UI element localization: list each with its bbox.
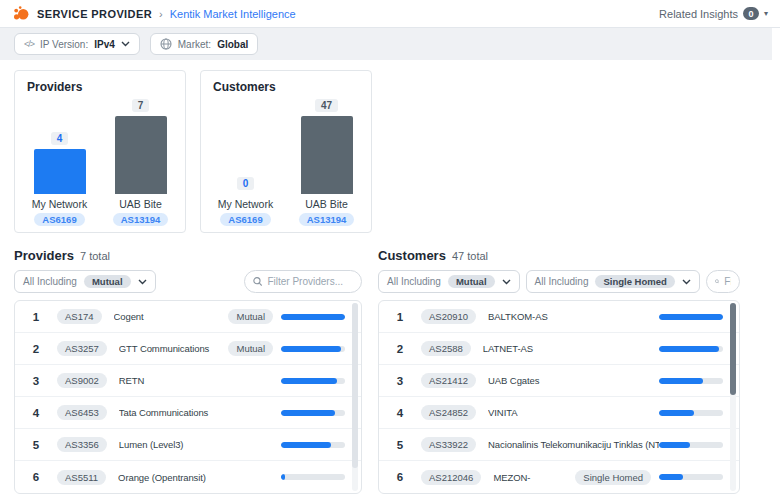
chart-bar-group[interactable]: 7UAB BiteAS13194 bbox=[108, 99, 173, 226]
main-content: Providers 4My NetworkAS61697UAB BiteAS13… bbox=[0, 60, 780, 494]
network-name: Lumen (Level3) bbox=[119, 439, 281, 450]
table-row[interactable]: 5AS33922Nacionalinis Telekomunikaciju Ti… bbox=[379, 429, 739, 461]
customers-search bbox=[706, 270, 740, 293]
row-rank: 5 bbox=[23, 439, 49, 451]
row-rank: 1 bbox=[23, 311, 49, 323]
table-row[interactable]: 2AS2588LATNET-AS bbox=[379, 333, 739, 365]
table-row[interactable]: 6AS5511Orange (Opentransit) bbox=[15, 461, 361, 493]
code-icon: </> bbox=[24, 39, 34, 49]
market-selector[interactable]: Market: Global bbox=[150, 33, 258, 55]
table-row[interactable]: 3AS21412UAB Cgates bbox=[379, 365, 739, 397]
row-rank: 2 bbox=[387, 343, 413, 355]
customers-filter-dropdown-1[interactable]: All Including Mutual bbox=[378, 270, 520, 293]
asn-badge: AS9002 bbox=[57, 373, 107, 388]
row-rank: 4 bbox=[23, 407, 49, 419]
row-rank: 6 bbox=[23, 471, 49, 483]
providers-section-title: Providers bbox=[14, 248, 74, 263]
customers-filter-dropdown-2[interactable]: All Including Single Homed bbox=[526, 270, 700, 293]
asn-badge: AS21412 bbox=[421, 373, 476, 388]
table-row[interactable]: 4AS6453Tata Communications bbox=[15, 397, 361, 429]
network-name: Orange (Opentransit) bbox=[118, 472, 281, 483]
customers-search-input[interactable] bbox=[724, 276, 731, 287]
table-row[interactable]: 4AS24852VINITA bbox=[379, 397, 739, 429]
filter-label: All Including bbox=[387, 276, 441, 287]
chart-bar bbox=[301, 116, 353, 194]
providers-table-body: 1AS174CogentMutual2AS3257GTT Communicati… bbox=[15, 301, 361, 493]
bar-category-label: My Network bbox=[32, 198, 87, 210]
customers-chart-title: Customers bbox=[213, 80, 359, 94]
share-bar-fill bbox=[281, 410, 335, 416]
asn-badge: AS212046 bbox=[421, 470, 481, 485]
chevron-down-icon bbox=[121, 41, 130, 47]
customers-total-count: 47 total bbox=[452, 250, 488, 262]
providers-filter-dropdown[interactable]: All Including Mutual bbox=[14, 270, 156, 293]
share-bar-track bbox=[659, 442, 723, 448]
share-bar-fill bbox=[659, 346, 719, 352]
share-bar-fill bbox=[659, 474, 683, 480]
row-rank: 4 bbox=[387, 407, 413, 419]
bar-category-label: UAB Bite bbox=[305, 198, 348, 210]
asn-badge: AS174 bbox=[57, 309, 102, 324]
row-rank: 2 bbox=[23, 343, 49, 355]
share-bar-track bbox=[659, 378, 723, 384]
share-bar-fill bbox=[281, 314, 345, 320]
chart-bar-group[interactable]: 0My NetworkAS6169 bbox=[213, 177, 278, 226]
bar-category-label: My Network bbox=[218, 198, 273, 210]
table-row[interactable]: 3AS9002RETN bbox=[15, 365, 361, 397]
bar-asn-badge: AS13194 bbox=[299, 213, 355, 226]
market-label: Market: bbox=[178, 39, 211, 50]
customers-scrollbar[interactable] bbox=[730, 303, 736, 491]
caret-down-icon: ▾ bbox=[764, 10, 768, 18]
related-insights-control[interactable]: Related Insights 0 ▾ bbox=[659, 7, 768, 20]
table-row[interactable]: 6AS212046MEZON-Single Homed bbox=[379, 461, 739, 493]
summary-cards-row: Providers 4My NetworkAS61697UAB BiteAS13… bbox=[14, 70, 766, 233]
providers-bar-chart: 4My NetworkAS61697UAB BiteAS13194 bbox=[27, 94, 173, 226]
share-bar-track bbox=[281, 442, 345, 448]
share-bar-fill bbox=[659, 410, 694, 416]
row-rank: 6 bbox=[387, 471, 413, 483]
ip-version-dropdown[interactable]: </> IP Version: IPv4 bbox=[14, 33, 140, 55]
table-row[interactable]: 5AS3356Lumen (Level3) bbox=[15, 429, 361, 461]
share-bar-fill bbox=[281, 474, 285, 480]
globe-icon bbox=[160, 38, 172, 50]
table-row[interactable]: 1AS20910BALTKOM-AS bbox=[379, 301, 739, 333]
share-bar-track bbox=[659, 314, 723, 320]
share-bar-track bbox=[659, 410, 723, 416]
relationship-badge: Mutual bbox=[228, 309, 273, 324]
share-bar-fill bbox=[281, 346, 341, 352]
providers-scrollbar-thumb[interactable] bbox=[352, 303, 358, 468]
chart-bar-group[interactable]: 4My NetworkAS6169 bbox=[27, 132, 92, 226]
bar-value-badge: 0 bbox=[237, 177, 255, 190]
filter-badge: Mutual bbox=[84, 275, 131, 288]
chart-bar-group[interactable]: 47UAB BiteAS13194 bbox=[294, 99, 359, 226]
chevron-down-icon bbox=[502, 279, 511, 285]
customers-scrollbar-thumb[interactable] bbox=[730, 303, 736, 395]
bar-asn-badge: AS13194 bbox=[113, 213, 169, 226]
providers-controls: All Including Mutual bbox=[14, 270, 362, 293]
share-bar-fill bbox=[281, 442, 331, 448]
asn-badge: AS3257 bbox=[57, 341, 107, 356]
tables-row: Providers 7 total All Including Mutual bbox=[14, 248, 766, 494]
table-row[interactable]: 2AS3257GTT CommunicationsMutual bbox=[15, 333, 361, 365]
share-bar-fill bbox=[659, 378, 703, 384]
top-header: SERVICE PROVIDER › Kentik Market Intelli… bbox=[0, 0, 780, 28]
network-name: BALTKOM-AS bbox=[488, 311, 659, 322]
filter-badge: Single Homed bbox=[595, 275, 674, 288]
asn-badge: AS3356 bbox=[57, 437, 107, 452]
chart-bar bbox=[115, 116, 167, 194]
filter-badge: Mutual bbox=[448, 275, 495, 288]
market-value: Global bbox=[217, 39, 248, 50]
search-icon bbox=[715, 276, 720, 287]
row-rank: 3 bbox=[387, 375, 413, 387]
share-bar-track bbox=[281, 346, 345, 352]
breadcrumb-page-link[interactable]: Kentik Market Intelligence bbox=[170, 8, 296, 20]
customers-section-title: Customers bbox=[378, 248, 446, 263]
table-row[interactable]: 1AS174CogentMutual bbox=[15, 301, 361, 333]
row-rank: 1 bbox=[387, 311, 413, 323]
asn-badge: AS2588 bbox=[421, 341, 471, 356]
providers-search-input[interactable] bbox=[267, 276, 353, 287]
kentik-logo-icon bbox=[12, 5, 30, 23]
customers-bar-chart: 0My NetworkAS616947UAB BiteAS13194 bbox=[213, 94, 359, 226]
providers-scrollbar[interactable] bbox=[352, 303, 358, 491]
breadcrumb-separator-icon: › bbox=[159, 8, 163, 20]
